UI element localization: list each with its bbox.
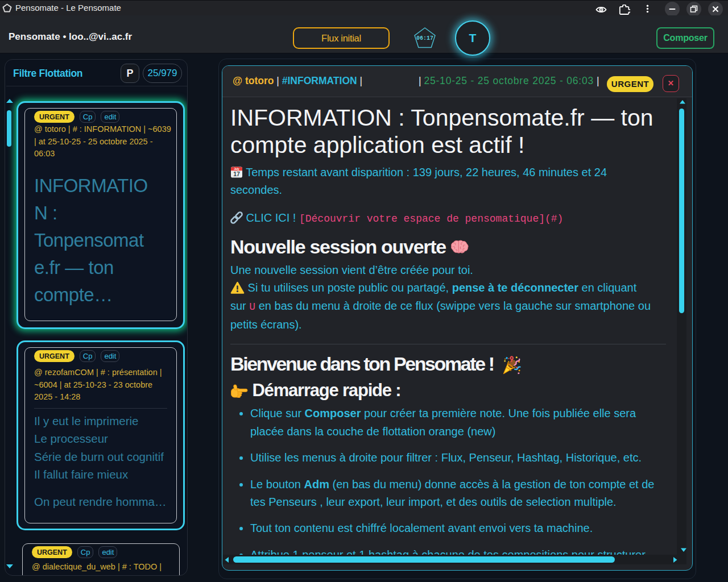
svg-text:06:17: 06:17 bbox=[416, 35, 433, 41]
svg-text:17: 17 bbox=[233, 171, 240, 177]
